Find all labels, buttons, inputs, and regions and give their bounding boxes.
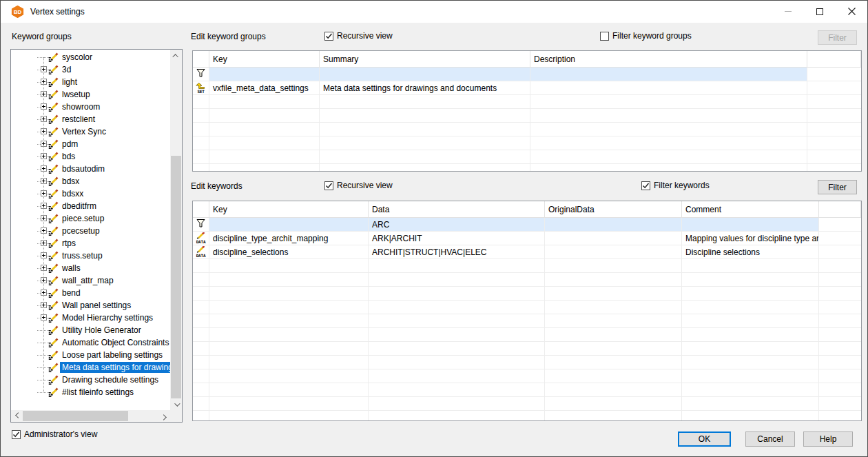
filter-keyword-groups-checkbox[interactable]: Filter keyword groups bbox=[600, 31, 692, 41]
tree-item[interactable]: truss.setup bbox=[11, 250, 170, 262]
table-cell[interactable]: ARK|ARCHIT bbox=[369, 232, 545, 245]
expand-plus-icon[interactable] bbox=[41, 178, 47, 184]
expand-plus-icon[interactable] bbox=[41, 240, 47, 246]
tree-item[interactable]: wall_attr_map bbox=[11, 274, 170, 287]
checkbox-box[interactable] bbox=[324, 32, 333, 41]
horizontal-scroll-thumb[interactable] bbox=[23, 411, 128, 421]
column-header-originaldata[interactable]: OriginalData bbox=[545, 201, 682, 217]
scroll-down-button[interactable] bbox=[170, 398, 182, 410]
table-row[interactable]: DATAdiscipline_type_archit_mappingARK|AR… bbox=[193, 232, 861, 245]
help-button[interactable]: Help bbox=[803, 431, 853, 447]
expand-plus-icon[interactable] bbox=[41, 314, 47, 321]
row-header[interactable]: SET bbox=[193, 81, 209, 94]
filter-keywords-checkbox[interactable]: Filter keywords bbox=[641, 181, 710, 190]
empty-table-row[interactable] bbox=[193, 164, 861, 172]
empty-table-row[interactable] bbox=[193, 369, 861, 383]
table-cell[interactable]: ARCHIT|STRUCT|HVAC|ELEC bbox=[369, 245, 545, 258]
tree-item[interactable]: walls bbox=[11, 262, 170, 274]
filter-cell[interactable] bbox=[682, 218, 819, 231]
tree-horizontal-scrollbar[interactable] bbox=[11, 410, 170, 422]
column-header-data[interactable]: Data bbox=[369, 201, 545, 217]
tree-item[interactable]: Loose part labeling settings bbox=[11, 349, 170, 361]
expand-plus-icon[interactable] bbox=[41, 66, 47, 72]
checkbox-box[interactable] bbox=[641, 181, 650, 190]
scroll-up-button[interactable] bbox=[170, 50, 182, 61]
expand-plus-icon[interactable] bbox=[41, 141, 47, 147]
checkbox-box[interactable] bbox=[324, 181, 333, 190]
tree-item[interactable]: bds bbox=[11, 150, 170, 163]
filter-keywords-button[interactable]: Filter bbox=[818, 180, 857, 194]
minimize-button[interactable] bbox=[772, 1, 804, 22]
tree-item[interactable]: syscolor bbox=[11, 51, 170, 63]
tree-item[interactable]: pcecsetup bbox=[11, 225, 170, 237]
vertical-scroll-thumb[interactable] bbox=[171, 156, 181, 398]
table-cell[interactable]: Meta data settings for drawings and docu… bbox=[320, 81, 530, 94]
recursive-view-keywords-checkbox[interactable]: Recursive view bbox=[324, 181, 393, 190]
checkbox-box[interactable] bbox=[600, 32, 609, 41]
table-cell[interactable]: vxfile_meta_data_settings bbox=[209, 81, 320, 94]
empty-table-row[interactable] bbox=[193, 314, 861, 328]
administrators-view-checkbox[interactable]: Administrator's view bbox=[12, 429, 97, 439]
column-header-description[interactable]: Description bbox=[530, 51, 807, 67]
empty-table-row[interactable] bbox=[193, 273, 861, 287]
tree-item[interactable]: 3d bbox=[11, 63, 170, 76]
tree-item[interactable]: Wall panel settings bbox=[11, 299, 170, 312]
expand-plus-icon[interactable] bbox=[41, 252, 47, 258]
tree-item-selected[interactable]: Meta data settings for drawings a bbox=[11, 361, 170, 374]
filter-row[interactable] bbox=[193, 68, 861, 81]
tree-item[interactable]: piece.setup bbox=[11, 212, 170, 225]
expand-plus-icon[interactable] bbox=[41, 116, 47, 122]
table-cell[interactable]: discipline_selections bbox=[209, 245, 369, 258]
tree-item[interactable]: Drawing schedule settings bbox=[11, 374, 170, 386]
column-header-key[interactable]: Key bbox=[209, 201, 369, 217]
cancel-button[interactable]: Cancel bbox=[745, 431, 795, 447]
tree-item[interactable]: Vertex Sync bbox=[11, 125, 170, 138]
expand-plus-icon[interactable] bbox=[41, 153, 47, 159]
empty-table-row[interactable] bbox=[193, 259, 861, 273]
expand-plus-icon[interactable] bbox=[41, 290, 47, 296]
tree-item[interactable]: restclient bbox=[11, 113, 170, 125]
filter-cell[interactable] bbox=[209, 68, 320, 81]
expand-plus-icon[interactable] bbox=[41, 165, 47, 172]
row-header[interactable]: DATA bbox=[193, 232, 209, 245]
filter-groups-button[interactable]: Filter bbox=[818, 30, 857, 45]
tree-item[interactable]: dbeditfrm bbox=[11, 200, 170, 212]
tree-item[interactable]: #list fileinfo settings bbox=[11, 386, 170, 398]
row-header[interactable]: DATA bbox=[193, 245, 209, 258]
tree-item[interactable]: lwsetup bbox=[11, 88, 170, 101]
empty-table-row[interactable] bbox=[193, 411, 861, 421]
expand-plus-icon[interactable] bbox=[41, 91, 47, 97]
column-header-key[interactable]: Key bbox=[209, 51, 320, 67]
empty-table-row[interactable] bbox=[193, 109, 861, 123]
scroll-left-button[interactable] bbox=[11, 410, 23, 422]
table-row[interactable]: DATAdiscipline_selectionsARCHIT|STRUCT|H… bbox=[193, 245, 861, 259]
filter-cell[interactable] bbox=[530, 68, 807, 81]
tree-item[interactable]: showroom bbox=[11, 101, 170, 113]
tree-item[interactable]: bdsx bbox=[11, 175, 170, 187]
checkbox-box[interactable] bbox=[12, 430, 21, 439]
column-header-summary[interactable]: Summary bbox=[320, 51, 530, 67]
filter-row[interactable]: ARC bbox=[193, 218, 861, 232]
scroll-right-button[interactable] bbox=[158, 410, 170, 422]
tree-item[interactable]: Automatic Object Constraints bbox=[11, 336, 170, 349]
filter-cell[interactable] bbox=[209, 218, 369, 231]
expand-plus-icon[interactable] bbox=[41, 277, 47, 283]
expand-plus-icon[interactable] bbox=[41, 203, 47, 209]
filter-row-header[interactable] bbox=[193, 68, 209, 81]
tree-item[interactable]: bdsxx bbox=[11, 187, 170, 200]
recursive-view-groups-checkbox[interactable]: Recursive view bbox=[324, 31, 393, 41]
table-cell[interactable] bbox=[545, 245, 682, 258]
ok-button[interactable]: OK bbox=[678, 431, 731, 447]
filter-row-header[interactable] bbox=[193, 218, 209, 231]
table-cell[interactable]: discipline_type_archit_mapping bbox=[209, 232, 369, 245]
empty-table-row[interactable] bbox=[193, 95, 861, 109]
expand-plus-icon[interactable] bbox=[41, 302, 47, 308]
close-button[interactable] bbox=[836, 1, 867, 22]
expand-plus-icon[interactable] bbox=[41, 128, 47, 134]
empty-table-row[interactable] bbox=[193, 328, 861, 342]
expand-plus-icon[interactable] bbox=[41, 79, 47, 85]
empty-table-row[interactable] bbox=[193, 123, 861, 136]
tree-item[interactable]: Utility Hole Generator bbox=[11, 324, 170, 336]
table-cell[interactable]: Discipline selections bbox=[682, 245, 819, 258]
maximize-button[interactable] bbox=[804, 1, 836, 22]
